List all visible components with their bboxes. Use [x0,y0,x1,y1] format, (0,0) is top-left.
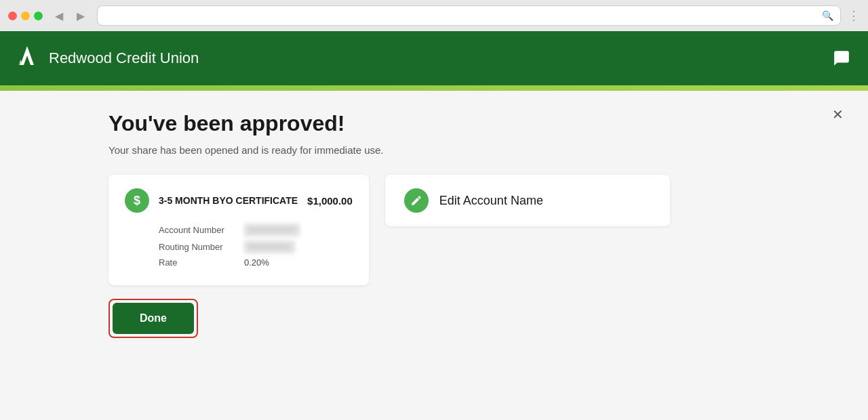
account-amount: $1,000.00 [307,195,353,207]
pencil-icon [410,194,422,207]
account-card-inner: $ 3-5 MONTH BYO CERTIFICATE $1,000.00 Ac… [108,175,369,285]
browser-chrome: ◀ ▶ 🔍 ⋮ [0,0,868,31]
edit-icon-circle [404,188,429,213]
edit-account-card[interactable]: Edit Account Name [385,175,670,226]
svg-marker-0 [20,46,34,65]
bank-name: Redwood Credit Union [49,49,199,67]
close-button[interactable]: ✕ [827,104,848,125]
forward-button[interactable]: ▶ [71,6,90,25]
rate-row: Rate 0.20% [159,257,353,268]
account-name: 3-5 MONTH BYO CERTIFICATE [159,195,298,206]
account-details: Account Number •••••••••• Routing Number… [125,224,353,268]
nav-buttons: ◀ ▶ [50,6,90,25]
rate-value: 0.20% [244,257,269,268]
routing-number-label: Routing Number [159,242,233,252]
back-button[interactable]: ◀ [50,6,68,25]
chat-icon [833,49,850,67]
done-button-wrapper: Done [108,299,198,338]
chat-button[interactable] [829,45,854,71]
account-card: $ 3-5 MONTH BYO CERTIFICATE $1,000.00 Ac… [108,175,369,338]
dollar-icon: $ [125,188,149,213]
routing-number-row: Routing Number ••••••••• [159,240,353,253]
account-number-value: •••••••••• [244,224,300,236]
bank-header: Redwood Credit Union [0,31,868,85]
browser-menu-icon[interactable]: ⋮ [848,8,860,23]
rcu-logo-icon [14,45,41,72]
main-content: ✕ You've been approved! Your share has b… [0,91,868,420]
bank-logo: Redwood Credit Union [14,45,199,72]
edit-account-label: Edit Account Name [439,194,543,208]
traffic-light-green[interactable] [34,12,43,20]
account-number-label: Account Number [159,225,233,235]
approved-subtitle: Your share has been opened and is ready … [108,144,760,156]
account-number-row: Account Number •••••••••• [159,224,353,236]
routing-number-value: ••••••••• [244,240,295,253]
address-bar[interactable]: 🔍 [97,5,841,26]
approved-title: You've been approved! [108,111,760,136]
traffic-lights [8,12,43,20]
traffic-light-yellow[interactable] [21,12,30,20]
content-row: $ 3-5 MONTH BYO CERTIFICATE $1,000.00 Ac… [108,175,760,338]
rate-label: Rate [159,257,233,268]
search-icon: 🔍 [822,10,833,21]
accent-bar [0,85,868,91]
done-button[interactable]: Done [113,303,194,334]
account-card-header: $ 3-5 MONTH BYO CERTIFICATE $1,000.00 [125,188,353,213]
traffic-light-red[interactable] [8,12,17,20]
